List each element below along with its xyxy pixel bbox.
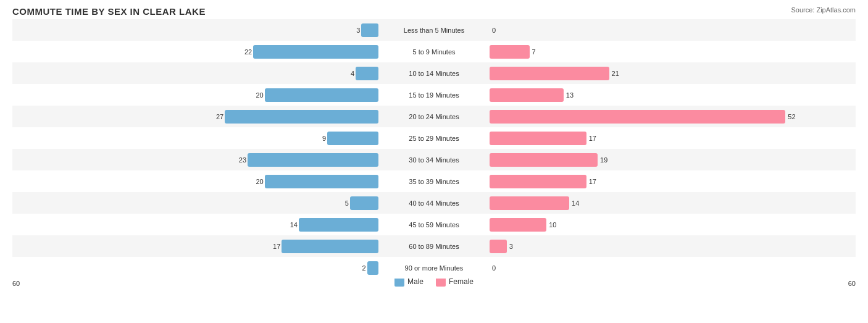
row-label: 60 to 89 Minutes (378, 243, 490, 250)
val-female: 17 (589, 135, 596, 142)
chart-area: 3Less than 5 Minutes0225 to 9 Minutes741… (12, 19, 856, 274)
row-label: 90 or more Minutes (378, 264, 490, 272)
bar-female (490, 132, 586, 145)
chart-row: 540 to 44 Minutes14 (12, 192, 856, 214)
chart-row: 2015 to 19 Minutes13 (12, 84, 856, 106)
val-male: 9 (314, 135, 326, 142)
chart-row: 1760 to 89 Minutes3 (12, 235, 856, 257)
chart-row: 925 to 29 Minutes17 (12, 127, 856, 149)
val-male: 2 (354, 264, 366, 272)
row-label: 35 to 39 Minutes (378, 178, 490, 185)
axis-row: 6060 (12, 279, 856, 287)
row-label: 30 to 34 Minutes (378, 156, 490, 164)
bar-male (361, 23, 378, 37)
val-male: 17 (268, 243, 280, 250)
val-female: 21 (612, 70, 619, 77)
bar-male (265, 88, 378, 102)
bar-female (490, 153, 598, 167)
val-female: 17 (589, 178, 596, 185)
bar-male (299, 218, 378, 232)
val-female: 52 (788, 113, 795, 120)
chart-row: 225 to 9 Minutes7 (12, 41, 856, 62)
row-label: Less than 5 Minutes (378, 27, 490, 34)
val-female: 0 (492, 27, 496, 34)
val-female: 19 (600, 156, 607, 164)
bar-female (490, 218, 546, 232)
bar-male (367, 261, 378, 275)
bar-female (490, 175, 586, 188)
chart-row: 410 to 14 Minutes21 (12, 62, 856, 84)
row-label: 15 to 19 Minutes (378, 91, 490, 99)
val-male: 20 (251, 178, 264, 185)
row-label: 20 to 24 Minutes (378, 113, 490, 120)
val-male: 14 (285, 221, 298, 229)
bar-male (253, 45, 378, 59)
axis-right: 60 (848, 280, 856, 287)
row-label: 45 to 59 Minutes (378, 221, 490, 229)
val-male: 23 (234, 156, 246, 164)
row-label: 10 to 14 Minutes (378, 70, 490, 77)
row-label: 40 to 44 Minutes (378, 199, 490, 207)
chart-row: 290 or more Minutes0 (12, 257, 856, 279)
bar-female (490, 196, 569, 210)
source-text: Source: ZipAtlas.com (791, 6, 856, 14)
bar-male (356, 67, 378, 80)
bar-male (282, 240, 378, 253)
bar-male (225, 110, 378, 124)
val-male: 22 (240, 48, 252, 56)
val-male: 5 (336, 199, 349, 207)
bar-female (490, 67, 609, 80)
val-male: 3 (348, 27, 360, 34)
val-female: 0 (492, 264, 496, 272)
bar-male (350, 196, 378, 210)
bar-male (327, 132, 378, 145)
row-label: 5 to 9 Minutes (378, 48, 490, 56)
bar-female (490, 110, 785, 124)
axis-left: 60 (12, 280, 20, 287)
chart-row: 3Less than 5 Minutes0 (12, 19, 856, 41)
row-label: 25 to 29 Minutes (378, 135, 490, 142)
val-female: 3 (509, 243, 513, 250)
bar-female (490, 88, 564, 102)
chart-row: 2720 to 24 Minutes52 (12, 106, 856, 127)
val-female: 7 (532, 48, 536, 56)
bar-female (490, 240, 507, 253)
val-male: 27 (211, 113, 223, 120)
bar-male (265, 175, 378, 188)
chart-row: 2330 to 34 Minutes19 (12, 149, 856, 170)
bar-male (248, 153, 378, 167)
chart-row: 1445 to 59 Minutes10 (12, 214, 856, 235)
chart-row: 2035 to 39 Minutes17 (12, 170, 856, 192)
val-male: 20 (251, 91, 264, 99)
bar-female (490, 45, 530, 59)
val-male: 4 (342, 70, 354, 77)
val-female: 10 (549, 221, 556, 229)
chart-container: COMMUTE TIME BY SEX IN CLEAR LAKE Source… (0, 0, 868, 323)
val-female: 14 (572, 199, 579, 207)
val-female: 13 (566, 91, 574, 99)
chart-title: COMMUTE TIME BY SEX IN CLEAR LAKE (12, 6, 856, 17)
